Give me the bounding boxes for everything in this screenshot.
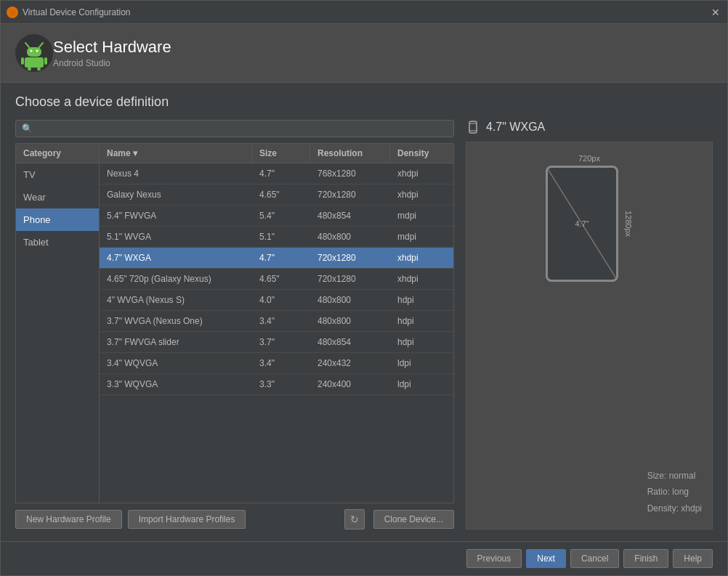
content-area: Choose a device definition 🔍 Category TV… [1, 83, 727, 541]
svg-rect-7 [25, 57, 44, 68]
phone-diagram: 720px 4.7" 1280px [478, 154, 700, 517]
row-name: Nexus 4 [100, 163, 252, 184]
row-resolution: 720x1280 [310, 269, 390, 289]
table-row[interactable]: Nexus 4 4.7" 768x1280 xhdpi [100, 163, 453, 184]
row-size: 4.0" [252, 290, 310, 310]
row-size: 4.7" [252, 248, 310, 268]
row-resolution: 720x1280 [310, 184, 390, 205]
row-name: 3.4" WQVGA [100, 353, 252, 373]
search-bar: 🔍 [15, 120, 454, 137]
row-size: 4.7" [252, 163, 310, 184]
row-name: 3.3" WQVGA [100, 374, 252, 394]
refresh-button[interactable]: ↻ [344, 509, 365, 530]
col-resolution: Resolution [310, 144, 390, 163]
col-name: Name ▾ [100, 144, 252, 163]
category-phone[interactable]: Phone [16, 208, 99, 231]
cancel-button[interactable]: Cancel [570, 549, 619, 568]
row-density: hdpi [390, 332, 453, 352]
window-title: Virtual Device Configuration [23, 7, 710, 17]
phone-icon [466, 120, 480, 134]
svg-rect-9 [44, 57, 47, 65]
row-name: 3.7" WVGA (Nexus One) [100, 311, 252, 331]
row-resolution: 480x800 [310, 290, 390, 310]
row-density: ldpi [390, 353, 453, 373]
row-name: 4.65" 720p (Galaxy Nexus) [100, 269, 252, 289]
row-density: hdpi [390, 290, 453, 310]
svg-rect-11 [37, 68, 41, 70]
category-panel: Category TV Wear Phone Tablet [16, 144, 100, 503]
device-table-container: Category TV Wear Phone Tablet Name ▾ Siz… [15, 143, 454, 503]
col-density: Density [390, 144, 453, 163]
row-name: 5.4" FWVGA [100, 206, 252, 226]
table-row[interactable]: 5.4" FWVGA 5.4" 480x854 mdpi [100, 206, 453, 227]
row-size: 5.1" [252, 227, 310, 247]
row-size: 3.3" [252, 374, 310, 394]
search-input[interactable] [36, 123, 448, 134]
phone-frame: 4.7" [546, 166, 618, 282]
row-density: xhdpi [390, 248, 453, 268]
android-logo-icon [15, 34, 53, 72]
svg-rect-8 [21, 57, 24, 65]
row-resolution: 480x854 [310, 206, 390, 226]
row-size: 3.4" [252, 353, 310, 373]
table-row[interactable]: 3.7" WVGA (Nexus One) 3.4" 480x800 hdpi [100, 311, 453, 332]
table-row[interactable]: 3.3" WQVGA 3.3" 240x400 ldpi [100, 374, 453, 395]
table-row[interactable]: Galaxy Nexus 4.65" 720x1280 xhdpi [100, 184, 453, 206]
category-header: Category [16, 144, 99, 163]
table-row[interactable]: 3.4" WQVGA 3.4" 240x432 ldpi [100, 353, 453, 374]
footer-buttons: Previous Next Cancel Finish Help [1, 541, 727, 575]
svg-point-5 [31, 50, 33, 52]
row-density: xhdpi [390, 163, 453, 184]
category-wear[interactable]: Wear [16, 186, 99, 208]
category-tv[interactable]: TV [16, 163, 99, 186]
bottom-bar: New Hardware Profile Import Hardware Pro… [15, 503, 454, 530]
table-row-selected[interactable]: 4.7" WXGA 4.7" 720x1280 xhdpi [100, 248, 453, 269]
row-name: 4" WVGA (Nexus S) [100, 290, 252, 310]
spec-ratio: Ratio: long [647, 484, 702, 500]
svg-rect-12 [469, 121, 477, 133]
new-hardware-profile-button[interactable]: New Hardware Profile [15, 510, 122, 529]
next-button[interactable]: Next [526, 549, 566, 568]
import-hardware-profiles-button[interactable]: Import Hardware Profiles [128, 510, 246, 529]
row-density: xhdpi [390, 184, 453, 205]
search-icon: 🔍 [22, 123, 33, 134]
phone-size-label: 4.7" [575, 219, 589, 228]
page-title: Choose a device definition [15, 94, 713, 110]
table-row[interactable]: 5.1" WVGA 5.1" 480x800 mdpi [100, 227, 453, 248]
row-density: mdpi [390, 227, 453, 247]
previous-button[interactable]: Previous [466, 549, 522, 568]
sort-icon: ▾ [133, 148, 137, 158]
row-density: ldpi [390, 374, 453, 394]
right-panel: 4.7" WXGA 720px 4.7" [466, 120, 713, 530]
table-row[interactable]: 4" WVGA (Nexus S) 4.0" 480x800 hdpi [100, 290, 453, 311]
window: Virtual Device Configuration ✕ [0, 0, 728, 576]
header: Select Hardware Android Studio [1, 24, 727, 83]
category-tablet[interactable]: Tablet [16, 231, 99, 253]
row-resolution: 480x854 [310, 332, 390, 352]
main-area: 🔍 Category TV Wear Phone Tablet [15, 120, 713, 530]
px-top-label: 720px [578, 154, 600, 163]
px-right-label: 1280px [624, 211, 633, 237]
row-density: mdpi [390, 206, 453, 226]
row-resolution: 480x800 [310, 227, 390, 247]
row-name: 5.1" WVGA [100, 227, 252, 247]
row-resolution: 480x800 [310, 311, 390, 331]
row-resolution: 240x400 [310, 374, 390, 394]
help-button[interactable]: Help [673, 549, 713, 568]
phone-outer: 4.7" 1280px [546, 166, 633, 282]
spec-density: Density: xhdpi [647, 500, 702, 517]
spec-size: Size: normal [647, 468, 702, 484]
row-resolution: 240x432 [310, 353, 390, 373]
preview-box: 720px 4.7" 1280px [466, 142, 713, 530]
row-size: 5.4" [252, 206, 310, 226]
clone-device-button[interactable]: Clone Device... [373, 510, 454, 529]
finish-button[interactable]: Finish [623, 549, 668, 568]
table-row[interactable]: 4.65" 720p (Galaxy Nexus) 4.65" 720x1280… [100, 269, 453, 290]
row-size: 4.65" [252, 269, 310, 289]
row-resolution: 720x1280 [310, 248, 390, 268]
preview-title: 4.7" WXGA [486, 121, 545, 134]
row-size: 4.65" [252, 184, 310, 205]
close-button[interactable]: ✕ [710, 7, 721, 18]
refresh-icon: ↻ [350, 514, 359, 525]
table-row[interactable]: 3.7" FWVGA slider 3.7" 480x854 hdpi [100, 332, 453, 353]
